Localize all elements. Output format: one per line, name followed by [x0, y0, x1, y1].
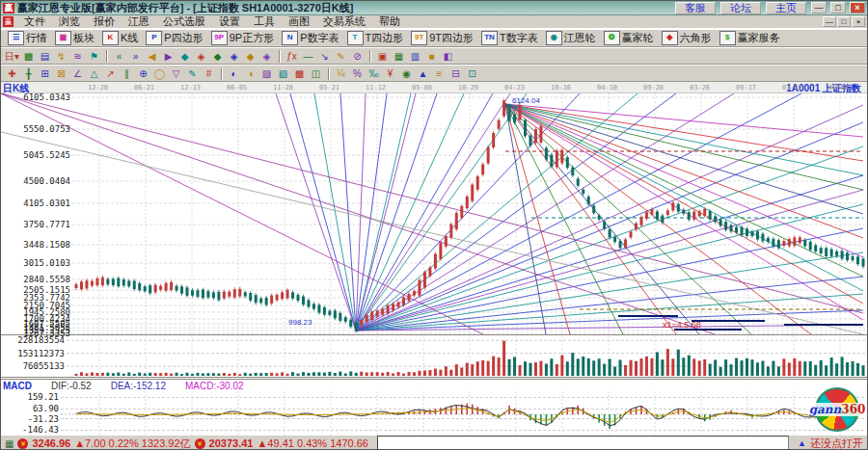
toolbar-button-8[interactable]: TNT数字表 — [477, 31, 542, 46]
toolbar-button-10[interactable]: ❂赢家轮 — [600, 31, 658, 46]
parallel-channel-icon[interactable]: ∥ — [119, 66, 135, 81]
toolbar-button-1[interactable]: ▦板块 — [51, 31, 98, 46]
hash-grid-icon[interactable]: # — [201, 66, 217, 81]
dual-window-icon[interactable]: ◫ — [308, 66, 324, 81]
main-chart-canvas[interactable] — [1, 93, 868, 334]
macd-plot[interactable]: 159.2163.90-31.23-146.43 — [1, 391, 867, 436]
prev-bar-icon[interactable]: ◀ — [144, 49, 160, 64]
flag-icon[interactable]: ⚑ — [86, 49, 102, 64]
dense-grid-icon[interactable]: ▩ — [291, 66, 308, 81]
home-button[interactable]: 主页 — [766, 2, 806, 14]
arc-tool-icon[interactable]: ◯ — [151, 66, 168, 81]
circle-tool-icon[interactable]: ⊕ — [135, 66, 151, 81]
shade-down-icon[interactable]: ▧ — [275, 66, 291, 81]
wave-prev-icon[interactable]: ◆ — [242, 49, 258, 64]
menu-item-2[interactable]: 报价 — [87, 15, 122, 27]
menu-item-4[interactable]: 公式选股 — [156, 15, 212, 27]
toolbar-button-3[interactable]: PP四边形 — [142, 31, 206, 46]
dot-box-icon[interactable]: ⊡ — [464, 66, 480, 81]
collapse-icon[interactable]: ⊟ — [448, 66, 464, 81]
mdi-restore-button[interactable]: □ — [837, 16, 851, 27]
first-bar-icon[interactable]: « — [111, 49, 127, 64]
close-button[interactable]: × — [850, 2, 865, 13]
menu-item-9[interactable]: 帮助 — [372, 15, 407, 27]
menu-item-1[interactable]: 浏览 — [52, 15, 87, 27]
toolbar-button-11[interactable]: ◈六角形 — [658, 31, 716, 46]
cycle-next-icon[interactable]: ◈ — [226, 49, 242, 64]
grid-cursor-icon[interactable]: ╂ — [20, 66, 37, 81]
erase-icon[interactable]: ⊘ — [349, 49, 366, 64]
ray-tool-icon[interactable]: ↗ — [102, 66, 119, 81]
period-day-dropdown[interactable]: 日▾ — [4, 49, 20, 64]
macd-canvas[interactable] — [1, 391, 868, 436]
toolbar-button-12[interactable]: $赢家服务 — [716, 31, 784, 46]
toolbar-button-0[interactable]: ☰行情 — [4, 31, 51, 46]
toolbar-button-4[interactable]: 9P9P正方形 — [207, 31, 278, 46]
volume-pane[interactable]: 22818355415311237376055133 — [1, 336, 867, 377]
permille-icon[interactable]: ‰ — [366, 66, 382, 81]
cycle-prev-icon[interactable]: ◆ — [209, 49, 226, 64]
index2-value: 20373.41 — [209, 437, 254, 449]
cross-cursor-icon[interactable]: ✚ — [4, 66, 20, 81]
fan-tool-icon[interactable]: ▽ — [168, 66, 184, 81]
menu-item-5[interactable]: 设置 — [212, 15, 247, 27]
toolbar-button-6[interactable]: TT四边形 — [343, 31, 408, 46]
macd-pane[interactable]: MACD DIF:-0.52 DEA:-152.12 MACD:-30.02 1… — [1, 379, 867, 435]
support-button[interactable]: 客服 — [675, 2, 716, 14]
text-note-icon[interactable]: ✎ — [184, 66, 201, 81]
mdi-close-button[interactable]: × — [852, 16, 865, 27]
wave-next-icon[interactable]: ◈ — [258, 49, 275, 64]
wave-icon[interactable]: ≋ — [69, 49, 86, 64]
toolbar-button-9[interactable]: ◉江恩轮 — [542, 31, 600, 46]
half-window-icon[interactable]: ◧ — [440, 49, 456, 64]
time-cycle-icon[interactable]: ◐ — [226, 66, 242, 81]
next-bar-icon[interactable]: ▶ — [160, 49, 176, 64]
mdi-minimize-button[interactable]: — — [823, 16, 836, 27]
formula-icon[interactable]: ƒx — [284, 49, 300, 64]
gann-box-icon[interactable]: ⊞ — [37, 66, 53, 81]
toolbar-button-5[interactable]: NP数字表 — [278, 31, 342, 46]
toolbar-button-2[interactable]: KK线 — [98, 31, 142, 46]
percent-icon[interactable]: % — [349, 66, 366, 81]
gann-grid-icon[interactable]: ⊠ — [53, 66, 69, 81]
toolbar-button-7[interactable]: 9T9T四边形 — [407, 31, 477, 46]
candlestick-chart-pane[interactable]: 6124.04 998.23 x1=4.5.68 6105.03435550.0… — [1, 93, 867, 334]
menu-item-7[interactable]: 画图 — [282, 15, 316, 27]
draw-pencil-icon[interactable]: ✎ — [333, 49, 349, 64]
status-right-text: 还没点打开 — [810, 437, 863, 450]
gann-angle-right-icon[interactable]: ◈ — [193, 49, 209, 64]
triangle-tool-icon[interactable]: △ — [86, 66, 102, 81]
toolbar-button-label: P数字表 — [300, 31, 339, 45]
menu-item-3[interactable]: 江恩 — [122, 15, 156, 27]
menu-item-0[interactable]: 文件 — [17, 15, 52, 27]
volume-tick-label: 153112373 — [1, 350, 65, 358]
shade-up-icon[interactable]: ▨ — [258, 66, 275, 81]
dynamic-chart-icon[interactable]: ↯ — [53, 49, 69, 64]
split-window-icon[interactable]: ▥ — [407, 49, 423, 64]
stock-code-input[interactable] — [377, 436, 789, 450]
gann-wheel-icon[interactable]: ◉ — [398, 66, 415, 81]
market-grid-icon[interactable]: ▦ — [5, 438, 14, 449]
alert-triangle-icon[interactable]: ▲ — [798, 438, 806, 448]
currency-icon[interactable]: ¥ — [382, 66, 398, 81]
horizontal-line-icon[interactable]: — — [300, 49, 316, 64]
trend-line-icon[interactable]: ↘ — [316, 49, 333, 64]
angle-line-icon[interactable]: ∠ — [69, 66, 86, 81]
four-window-icon[interactable]: ▦ — [391, 49, 407, 64]
minimize-button[interactable]: — — [811, 2, 827, 13]
volume-canvas[interactable] — [1, 336, 868, 377]
board-icon[interactable]: ▩ — [20, 49, 37, 64]
level-lines-icon[interactable]: ≡ — [431, 66, 448, 81]
gann-angle-left-icon[interactable]: ◆ — [176, 49, 193, 64]
menu-item-8[interactable]: 交易系统 — [316, 15, 372, 27]
quote-list-icon[interactable]: ▤ — [37, 49, 53, 64]
restore-button[interactable]: □ — [830, 2, 846, 13]
price-cycle-icon[interactable]: ◑ — [242, 66, 258, 81]
fraction-icon[interactable]: ¼ — [333, 66, 349, 81]
menu-item-6[interactable]: 工具 — [247, 15, 282, 27]
single-window-icon[interactable]: ▣ — [374, 49, 391, 64]
forum-button[interactable]: 论坛 — [720, 2, 761, 14]
pyramid-icon[interactable]: ▲ — [415, 66, 431, 81]
last-bar-icon[interactable]: » — [127, 49, 144, 64]
full-window-icon[interactable]: ■ — [423, 49, 440, 64]
